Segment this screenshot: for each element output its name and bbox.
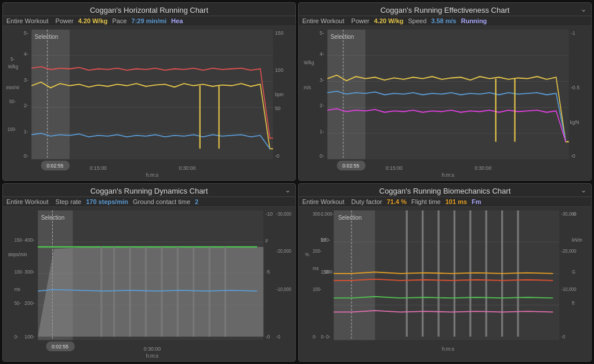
svg-text:50: 50 — [275, 105, 281, 111]
chart-biomechanics-title: Coggan's Running Biomechanics Chart ⌄ — [299, 184, 591, 197]
svg-text:-0: -0 — [275, 153, 280, 159]
flight-value-4: 101 ms — [446, 198, 467, 205]
chart-dynamics-area: Selection 400- 300- — [3, 207, 295, 361]
workout-label-1: Entire Workout — [6, 17, 49, 24]
chart-horizontal-title: Coggan's Horizontal Running Chart — [3, 3, 295, 16]
svg-text:200-: 200- — [313, 248, 322, 253]
svg-text:h:m:s: h:m:s — [146, 172, 159, 178]
svg-text:300-: 300- — [24, 268, 35, 274]
svg-rect-5 — [31, 30, 70, 159]
svg-text:-0.5: -0.5 — [571, 84, 579, 90]
chart-biomechanics-svg: Selection 100- — [299, 207, 591, 361]
chart-effectiveness: Coggan's Running Effectiveness Chart ⌄ E… — [298, 2, 592, 181]
svg-text:1,000-: 1,000- — [321, 270, 334, 275]
svg-text:lbf: lbf — [321, 238, 326, 243]
svg-text:-0: -0 — [562, 334, 566, 340]
svg-text:2,000-: 2,000- — [321, 211, 334, 216]
svg-text:0:15:00: 0:15:00 — [90, 165, 107, 170]
ground-value-3: 2 — [195, 198, 198, 205]
chart-dynamics-title: Coggan's Running Dynamics Chart ⌄ — [3, 184, 295, 197]
svg-text:min/mi: min/mi — [6, 85, 19, 90]
svg-rect-100 — [334, 210, 375, 340]
chart-biomechanics: Coggan's Running Biomechanics Chart ⌄ En… — [298, 183, 592, 362]
svg-text:5-: 5- — [10, 57, 15, 62]
svg-text:150-: 150- — [15, 238, 24, 243]
svg-text:0-: 0- — [320, 153, 324, 159]
svg-text:μ: μ — [266, 238, 269, 243]
svg-text:-0: -0 — [266, 334, 270, 340]
svg-text:5-: 5- — [320, 30, 324, 35]
svg-text:100-: 100- — [313, 287, 322, 292]
svg-text:ft: ft — [572, 301, 575, 306]
svg-text:3-: 3- — [24, 77, 28, 82]
svg-text:100: 100 — [275, 67, 284, 72]
chevron-effectiveness[interactable]: ⌄ — [581, 5, 586, 13]
svg-text:h:m:s: h:m:s — [442, 345, 455, 351]
duty-value-4: 71.4 % — [387, 198, 407, 205]
svg-text:W/kg: W/kg — [8, 64, 18, 69]
workout-label-3: Entire Workout — [6, 198, 49, 205]
svg-text:W/kg: W/kg — [304, 60, 314, 65]
chart-horizontal-svg: Selection 5- 4- 3- 2- 1- 0- — [3, 26, 295, 180]
svg-text:50-: 50- — [9, 99, 16, 104]
chart-dynamics-svg: Selection 400- 300- — [3, 207, 295, 361]
svg-text:-1: -1 — [571, 30, 575, 35]
svg-text:m/s: m/s — [304, 85, 311, 90]
svg-text:400-: 400- — [24, 237, 35, 243]
workout-label-4: Entire Workout — [302, 198, 345, 205]
main-grid: Coggan's Horizontal Running Chart Entire… — [0, 0, 594, 364]
step-value-3: 170 steps/min — [86, 198, 128, 205]
svg-text:4-: 4- — [24, 50, 28, 56]
svg-text:-10,000: -10,000 — [562, 287, 577, 292]
svg-text:0:30:00: 0:30:00 — [475, 165, 491, 170]
power-value-2: 4.20 W/kg — [374, 17, 404, 24]
svg-text:kN/m: kN/m — [572, 238, 582, 243]
svg-text:-0: -0 — [571, 153, 575, 159]
svg-text:100-: 100- — [15, 270, 24, 275]
svg-text:ms: ms — [15, 287, 20, 292]
svg-text:-10: -10 — [266, 210, 273, 216]
chart-dynamics-stats: Entire Workout Step rate 170 steps/min G… — [3, 197, 295, 207]
svg-text:ms: ms — [313, 265, 318, 271]
svg-text:-5: -5 — [266, 268, 270, 274]
chart-effectiveness-stats: Entire Workout Power 4.20 W/kg Speed 3.5… — [299, 16, 591, 26]
svg-text:0:02:55: 0:02:55 — [46, 163, 63, 169]
svg-text:-30,000: -30,000 — [276, 211, 291, 216]
svg-text:h:m:s: h:m:s — [146, 353, 159, 359]
svg-text:2-: 2- — [320, 103, 324, 108]
chevron-biomechanics[interactable]: ⌄ — [581, 186, 586, 194]
svg-text:50-: 50- — [15, 301, 21, 306]
svg-text:0-: 0- — [326, 334, 331, 340]
svg-text:0:15:00: 0:15:00 — [386, 165, 403, 170]
svg-text:0-: 0- — [15, 334, 19, 340]
svg-text:0-: 0- — [321, 334, 325, 340]
svg-text:%: % — [305, 252, 309, 257]
chart-horizontal-area: Selection 5- 4- 3- 2- 1- 0- — [3, 26, 295, 180]
svg-text:-20,000: -20,000 — [562, 248, 577, 253]
workout-label-2: Entire Workout — [302, 17, 345, 24]
chart-effectiveness-svg: Selection 5- 4- 3- 2- 1- 0- W/kg m/s — [299, 26, 591, 180]
svg-text:-10,000: -10,000 — [276, 287, 291, 292]
svg-text:0-: 0- — [24, 153, 28, 159]
svg-text:0:30:00: 0:30:00 — [144, 345, 161, 351]
svg-text:1-: 1- — [24, 129, 28, 134]
svg-text:-20,000: -20,000 — [276, 248, 291, 253]
chart-horizontal: Coggan's Horizontal Running Chart Entire… — [2, 2, 296, 181]
svg-text:G: G — [572, 270, 575, 275]
chart-horizontal-stats: Entire Workout Power 4.20 W/kg Pace 7:29… — [3, 16, 295, 26]
chart-effectiveness-title: Coggan's Running Effectiveness Chart ⌄ — [299, 3, 591, 16]
chart-effectiveness-area: Selection 5- 4- 3- 2- 1- 0- W/kg m/s — [299, 26, 591, 180]
chart-biomechanics-stats: Entire Workout Duty factor 71.4 % Flight… — [299, 197, 591, 207]
chart-dynamics: Coggan's Running Dynamics Chart ⌄ Entire… — [2, 183, 296, 362]
svg-text:steps/min: steps/min — [8, 252, 27, 257]
hea-label-1: Hea — [171, 17, 183, 24]
svg-text:3-: 3- — [320, 77, 324, 82]
svg-text:2-: 2- — [24, 103, 28, 108]
svg-text:100-: 100- — [24, 334, 35, 340]
chevron-dynamics[interactable]: ⌄ — [285, 186, 291, 194]
svg-text:4-: 4- — [320, 50, 324, 56]
svg-text:h:m:s: h:m:s — [442, 172, 455, 178]
svg-text:0:02:55: 0:02:55 — [52, 344, 68, 350]
speed-value-2: 3.58 m/s — [431, 17, 456, 24]
svg-text:100-: 100- — [8, 127, 17, 132]
